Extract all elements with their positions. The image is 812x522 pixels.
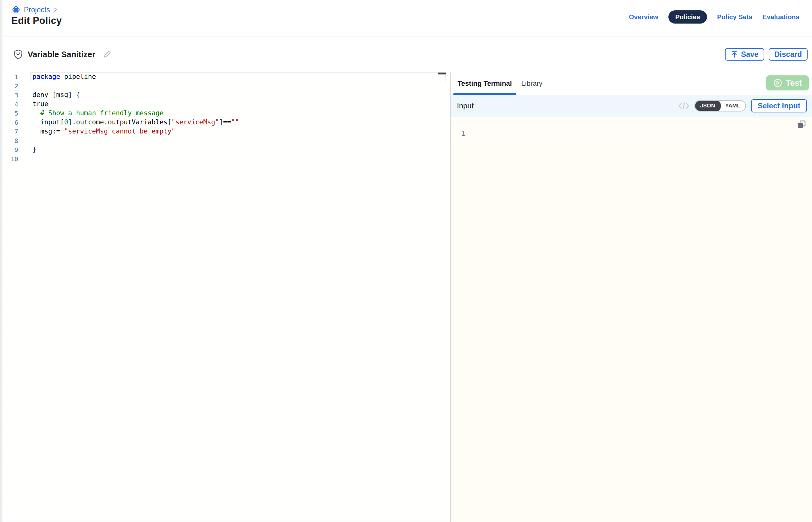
select-input-button[interactable]: Select Input (751, 99, 807, 113)
policy-code-editor[interactable]: 1package pipeline23deny [msg] {4true5 # … (3, 72, 450, 521)
testing-tabs-row: Testing TerminalLibrary Test (451, 72, 812, 95)
testing-tabs: Testing TerminalLibrary (458, 72, 542, 95)
upload-arrow-icon (731, 51, 738, 58)
code-line-2: 2 (3, 81, 450, 91)
chevron-right-icon (53, 7, 58, 12)
code-line-1: 1package pipeline (3, 72, 450, 81)
edit-pencil-icon (103, 50, 112, 59)
test-input-editor[interactable]: 1 (451, 117, 812, 522)
page-title: Edit Policy (11, 15, 62, 26)
nav-overview[interactable]: Overview (629, 13, 658, 21)
line-number: 2 (3, 82, 18, 90)
code-text: msg:= "serviceMsg cannot be empty" (32, 127, 175, 136)
line-number: 3 (3, 92, 18, 99)
discard-button-label: Discard (774, 50, 802, 59)
indent-guide (36, 109, 36, 145)
code-line-5: 5 # Show a human friendly message (3, 109, 450, 118)
left-edge-strip (0, 0, 2, 522)
tab-testing-terminal[interactable]: Testing Terminal (458, 72, 512, 95)
line-number: 9 (3, 146, 18, 154)
shield-check-icon (14, 49, 23, 59)
save-button-label: Save (741, 50, 758, 59)
policy-name: Variable Sanitizer (28, 49, 95, 59)
breadcrumb: Projects (11, 5, 58, 15)
input-header-row: Input JSONYAML Select Input (451, 95, 812, 117)
code-line-10: 10 (3, 154, 450, 163)
code-line-8: 8 (3, 136, 450, 145)
policy-identity: Variable Sanitizer (14, 37, 112, 72)
code-lines: 1package pipeline23deny [msg] {4true5 # … (3, 72, 450, 163)
nav-policy-sets[interactable]: Policy Sets (717, 13, 752, 21)
format-option-yaml[interactable]: YAML (720, 100, 746, 112)
format-toggle[interactable]: JSONYAML (694, 100, 746, 112)
test-button[interactable]: Test (766, 75, 809, 91)
input-editor-line-number: 1 (461, 129, 466, 137)
projects-icon (11, 5, 21, 15)
page-header: Projects Edit Policy OverviewPoliciesPol… (2, 0, 812, 36)
code-text: deny [msg] { (32, 91, 80, 100)
main-split: 1package pipeline23deny [msg] {4true5 # … (2, 72, 812, 522)
code-brackets-icon[interactable] (678, 102, 690, 110)
input-controls: JSONYAML Select Input (678, 99, 807, 113)
copy-icon[interactable] (796, 119, 807, 130)
line-number: 5 (3, 109, 18, 117)
code-text: } (32, 145, 37, 154)
code-text: input[0].outcome.outputVariables["servic… (32, 118, 239, 127)
nav-evaluations[interactable]: Evaluations (763, 13, 799, 21)
minimap-cursor-marker (438, 73, 446, 75)
test-button-label: Test (786, 78, 802, 88)
breadcrumb-projects-link[interactable]: Projects (24, 6, 50, 14)
module-nav: OverviewPoliciesPolicy SetsEvaluations (629, 11, 799, 23)
save-button[interactable]: Save (725, 48, 764, 61)
code-line-3: 3deny [msg] { (3, 91, 450, 100)
play-circle-icon (773, 78, 783, 88)
line-number: 7 (3, 128, 18, 135)
input-label: Input (457, 101, 474, 110)
line-number: 1 (3, 73, 18, 81)
policy-toolbar: Variable Sanitizer Save (2, 37, 812, 72)
edit-policy-name-button[interactable] (103, 50, 112, 59)
code-line-9: 9} (3, 145, 450, 154)
format-option-json[interactable]: JSON (694, 100, 721, 112)
code-text: # Show a human friendly message (32, 109, 163, 118)
code-line-7: 7 msg:= "serviceMsg cannot be empty" (3, 127, 450, 136)
code-text: package pipeline (32, 72, 96, 81)
line-number: 6 (3, 119, 18, 126)
nav-policies[interactable]: Policies (668, 11, 707, 23)
line-number: 10 (3, 155, 18, 163)
code-line-6: 6 input[0].outcome.outputVariables["serv… (3, 118, 450, 127)
line-number: 4 (3, 101, 18, 108)
toolbar-actions: Save Discard (725, 37, 808, 72)
testing-panel: Testing TerminalLibrary Test Input (450, 72, 812, 522)
discard-button[interactable]: Discard (769, 48, 808, 61)
tab-library[interactable]: Library (521, 72, 542, 95)
code-text: true (32, 100, 48, 109)
code-line-4: 4true (3, 100, 450, 109)
app-root: Projects Edit Policy OverviewPoliciesPol… (0, 0, 812, 522)
line-number: 8 (3, 137, 18, 144)
